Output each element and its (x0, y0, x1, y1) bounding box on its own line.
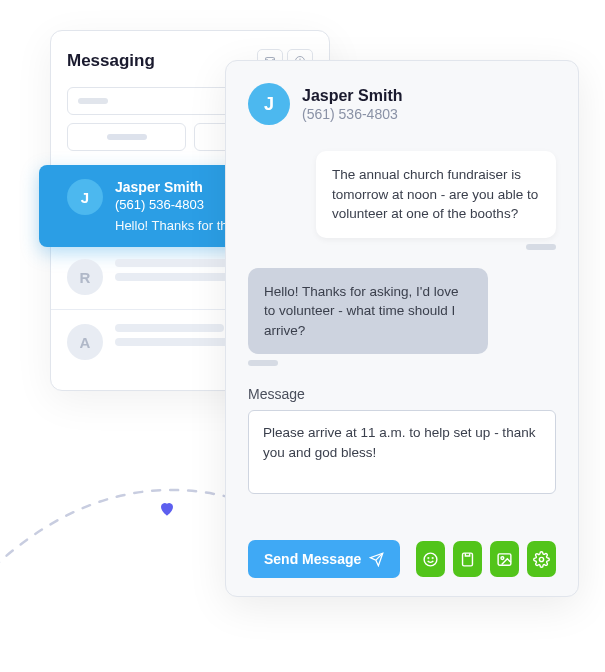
svg-rect-5 (463, 553, 473, 566)
messaging-title: Messaging (67, 51, 155, 71)
message-bubble-outgoing: Hello! Thanks for asking, I'd love to vo… (248, 268, 488, 355)
compose-label: Message (248, 386, 556, 402)
svg-point-4 (433, 558, 434, 559)
heart-marker-icon (158, 500, 176, 518)
contact-name: Jasper Smith (302, 87, 402, 105)
chat-panel: J Jasper Smith (561) 536-4803 The annual… (225, 60, 579, 597)
send-icon (369, 552, 384, 567)
chat-footer: Send Message (248, 540, 556, 578)
timestamp-placeholder (248, 360, 278, 366)
avatar: J (248, 83, 290, 125)
timestamp-placeholder (526, 244, 556, 250)
message-bubble-incoming: The annual church fundraiser is tomorrow… (316, 151, 556, 238)
image-button[interactable] (490, 541, 519, 577)
chat-header: J Jasper Smith (561) 536-4803 (248, 83, 556, 125)
image-icon (496, 551, 513, 568)
emoji-icon (422, 551, 439, 568)
avatar: R (67, 259, 103, 295)
svg-point-7 (501, 557, 504, 560)
emoji-button[interactable] (416, 541, 445, 577)
svg-point-8 (539, 557, 543, 561)
gear-icon (533, 551, 550, 568)
template-button[interactable] (453, 541, 482, 577)
dashed-path-decoration (0, 440, 260, 640)
contact-phone: (561) 536-4803 (302, 106, 402, 122)
compose-input[interactable] (248, 410, 556, 494)
template-icon (459, 551, 476, 568)
chat-contact-info: Jasper Smith (561) 536-4803 (302, 87, 402, 122)
send-button-label: Send Message (264, 551, 361, 567)
tab-placeholder-1[interactable] (67, 123, 186, 151)
send-message-button[interactable]: Send Message (248, 540, 400, 578)
avatar: J (67, 179, 103, 215)
avatar: A (67, 324, 103, 360)
svg-point-2 (424, 553, 437, 566)
settings-button[interactable] (527, 541, 556, 577)
svg-point-3 (428, 558, 429, 559)
